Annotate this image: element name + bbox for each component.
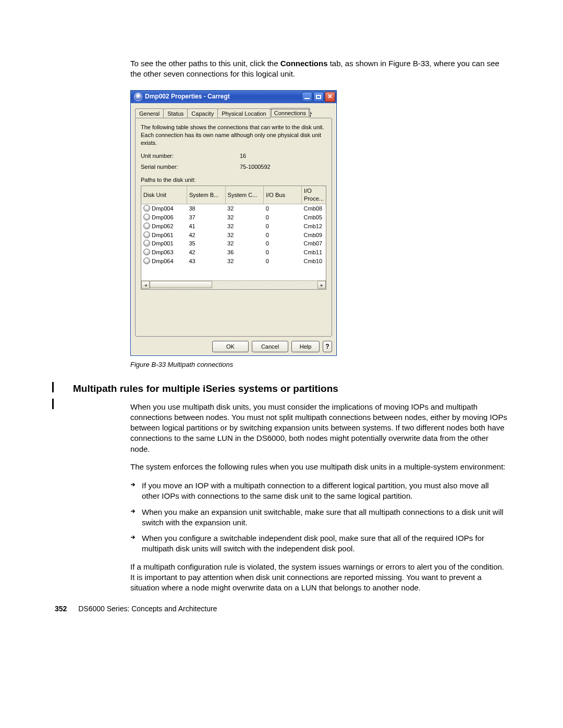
para1-text: When you use multipath disk units, you m… bbox=[130, 402, 508, 454]
disk-icon bbox=[143, 240, 150, 246]
disk-icon bbox=[134, 93, 142, 101]
section-heading: Multipath rules for multiple iSeries sys… bbox=[73, 382, 508, 396]
disk-icon bbox=[143, 257, 150, 264]
tab-physical-location[interactable]: Physical Location bbox=[217, 108, 271, 119]
table-row[interactable]: Dmp00135320Cmb07 bbox=[141, 239, 326, 248]
table-row[interactable]: Dmp06443320Cmb10 bbox=[141, 257, 326, 266]
tab-general[interactable]: General bbox=[135, 108, 164, 119]
unit-number-label: Unit number: bbox=[141, 152, 240, 160]
intro-pre: To see the other paths to this unit, cli… bbox=[130, 59, 280, 68]
tab-status[interactable]: Status bbox=[163, 108, 188, 119]
list-item-text: If you move an IOP with a multipath conn… bbox=[142, 480, 508, 502]
list-item: When you make an expansion unit switchab… bbox=[130, 507, 508, 528]
footer-title: DS6000 Series: Concepts and Architecture bbox=[78, 604, 217, 613]
figure-caption: Figure B-33 Multipath connections bbox=[130, 360, 508, 369]
context-help-button[interactable]: ? bbox=[323, 341, 332, 352]
tab-bar: General Status Capacity Physical Locatio… bbox=[135, 107, 332, 118]
bullet-list: If you move an IOP with a multipath conn… bbox=[130, 480, 508, 554]
help-button[interactable]: Help bbox=[291, 341, 320, 352]
table-row[interactable]: Dmp06241320Cmb12 bbox=[141, 222, 326, 231]
tab-panel: The following table shows the connection… bbox=[135, 118, 332, 337]
intro-bold: Connections bbox=[280, 59, 328, 68]
heading-text: Multipath rules for multiple iSeries sys… bbox=[73, 383, 338, 394]
close-button[interactable] bbox=[325, 92, 335, 102]
tab-capacity[interactable]: Capacity bbox=[187, 108, 218, 119]
cancel-button[interactable]: Cancel bbox=[252, 341, 288, 352]
paths-table[interactable]: Disk Unit System B... System C... I/O Bu… bbox=[141, 186, 326, 290]
list-item-text: When you configure a switchable independ… bbox=[142, 533, 508, 554]
serial-number-label: Serial number: bbox=[141, 163, 240, 171]
ok-button[interactable]: OK bbox=[212, 341, 249, 352]
list-item-text: When you make an expansion unit switchab… bbox=[142, 507, 508, 528]
col-io-proc[interactable]: I/O Proce... bbox=[302, 186, 326, 204]
disk-icon bbox=[143, 249, 150, 255]
maximize-button[interactable] bbox=[313, 92, 324, 102]
col-system-b[interactable]: System B... bbox=[187, 186, 225, 204]
table-row[interactable]: Dmp06342360Cmb11 bbox=[141, 248, 326, 257]
titlebar[interactable]: Dmp002 Properties - Carregt bbox=[131, 91, 336, 103]
col-disk-unit[interactable]: Disk Unit bbox=[141, 186, 187, 204]
intro-paragraph: To see the other paths to this unit, cli… bbox=[130, 58, 508, 80]
col-io-bus[interactable]: I/O Bus bbox=[264, 186, 302, 204]
list-item: When you configure a switchable independ… bbox=[130, 533, 508, 554]
disk-icon bbox=[143, 214, 150, 220]
scroll-right-button[interactable]: ▸ bbox=[317, 281, 326, 289]
disk-icon bbox=[143, 223, 150, 229]
change-bar-icon bbox=[52, 399, 54, 409]
disk-icon bbox=[143, 231, 150, 238]
unit-number-value: 16 bbox=[240, 152, 246, 160]
para2-text: The system enforces the following rules … bbox=[130, 462, 508, 472]
tab-connections[interactable]: Connections bbox=[270, 108, 310, 119]
page-footer: 352 DS6000 Series: Concepts and Architec… bbox=[55, 604, 217, 614]
scroll-thumb[interactable] bbox=[150, 281, 212, 288]
properties-dialog: Dmp002 Properties - Carregt General Stat… bbox=[130, 90, 337, 356]
para3-text: If a multipath configuration rule is vio… bbox=[130, 562, 508, 594]
paths-label: Paths to the disk unit: bbox=[141, 176, 326, 184]
list-item: If you move an IOP with a multipath conn… bbox=[130, 480, 508, 502]
col-system-c[interactable]: System C... bbox=[225, 186, 264, 204]
horizontal-scrollbar[interactable]: ◂ ▸ bbox=[141, 280, 326, 289]
disk-icon bbox=[143, 205, 150, 212]
bullet-icon bbox=[130, 533, 142, 554]
scroll-left-button[interactable]: ◂ bbox=[141, 281, 150, 289]
figure-b33: Dmp002 Properties - Carregt General Stat… bbox=[130, 90, 508, 356]
bullet-icon bbox=[130, 507, 142, 528]
serial-number-value: 75-1000592 bbox=[240, 163, 271, 171]
window-title: Dmp002 Properties - Carregt bbox=[145, 92, 302, 101]
page-number: 352 bbox=[55, 604, 67, 613]
table-row[interactable]: Dmp06142320Cmb09 bbox=[141, 231, 326, 240]
change-bar-icon bbox=[52, 382, 54, 392]
body-paragraph-3: If a multipath configuration rule is vio… bbox=[130, 562, 508, 594]
table-row[interactable]: Dmp00438320Cmb08 bbox=[141, 204, 326, 213]
minimize-button[interactable] bbox=[302, 92, 312, 102]
panel-description: The following table shows the connection… bbox=[141, 124, 326, 147]
body-paragraph-1: When you use multipath disk units, you m… bbox=[130, 402, 508, 473]
table-row[interactable]: Dmp00637320Cmb05 bbox=[141, 213, 326, 222]
bullet-icon bbox=[130, 480, 142, 502]
